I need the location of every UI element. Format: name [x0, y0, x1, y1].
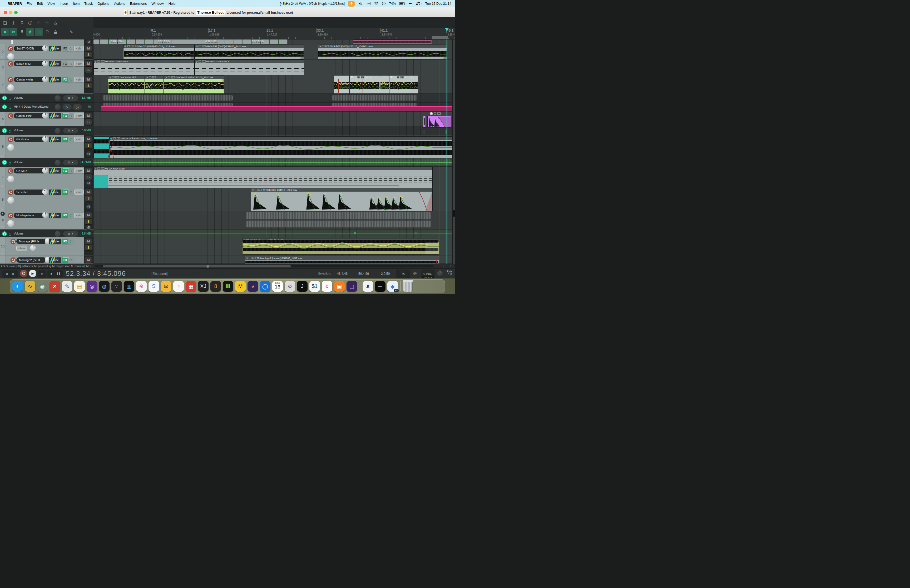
envelope-arm-button[interactable]	[2, 128, 7, 133]
envelope-knob[interactable]	[55, 231, 61, 237]
volume-envelope-line[interactable]	[94, 162, 453, 163]
envelope-power-icon[interactable]	[9, 96, 11, 101]
envelope-node[interactable]	[423, 130, 425, 132]
media-item[interactable]	[380, 75, 389, 94]
item-mute-icon[interactable]: M	[199, 60, 201, 63]
envelope-power-icon[interactable]	[9, 105, 11, 110]
route-button[interactable]: Route	[49, 168, 61, 173]
trim-envelope-button[interactable]: ᴧtrim	[74, 77, 84, 82]
track-name[interactable]: Montage (FM le	[16, 239, 45, 244]
trim-envelope-button[interactable]: ᴧtrim	[74, 213, 84, 218]
item-fx-icon[interactable]: FX	[171, 76, 175, 78]
envelope-arm-button[interactable]	[2, 231, 7, 236]
envelope-arm-button[interactable]	[2, 105, 7, 109]
item-mute-icon[interactable]: M	[112, 76, 115, 78]
purple-item[interactable]	[427, 116, 451, 128]
item-grouping-toggle-icon[interactable]: ∞	[10, 28, 18, 36]
tcp-track-4[interactable]: 4Cantini violinRouteFXᴧtrim❏MS	[0, 75, 94, 94]
dock-icon-finder[interactable]: ◐	[12, 281, 23, 292]
edit-cursor[interactable]	[446, 39, 447, 264]
dock-icon-shield-app[interactable]: ◆64	[387, 281, 398, 292]
wifi-icon[interactable]	[374, 2, 378, 5]
track-name[interactable]: GK Guitar	[14, 137, 45, 142]
volume-icon[interactable]	[358, 2, 362, 5]
item-mute-icon[interactable]: M	[168, 76, 170, 78]
sync-alert-icon[interactable]: !	[382, 2, 386, 5]
record-arm-button[interactable]	[8, 189, 13, 195]
dock-icon-settings-app[interactable]: ⚙	[284, 281, 295, 292]
item-mute-icon[interactable]: M	[97, 60, 100, 63]
extra-knob[interactable]	[30, 245, 36, 251]
envelope-power-icon[interactable]	[9, 161, 11, 166]
menu-insert[interactable]: Insert	[57, 2, 71, 5]
bpm-box[interactable]: ♩= 55	[396, 270, 410, 278]
mute-button[interactable]: M	[85, 136, 92, 142]
tcp-track-5[interactable]: 5Cantini PizzRouteFXᴧtrim❏MS	[0, 111, 94, 126]
item-fx-icon[interactable]: FX	[252, 257, 256, 259]
item-fx-icon[interactable]: FX	[101, 60, 105, 63]
volume-envelope-line[interactable]	[94, 131, 453, 131]
repeat-button[interactable]: ↻	[38, 270, 46, 277]
dock-icon-photos-app[interactable]: ❀	[136, 281, 147, 292]
envelope-knob[interactable]	[55, 95, 61, 101]
track-name[interactable]: Schecter	[14, 189, 45, 195]
route-button[interactable]: Route	[49, 239, 61, 244]
go-to-end-button[interactable]: ▶|	[10, 270, 18, 277]
solo-button[interactable]: S	[85, 143, 92, 148]
schecter-item[interactable]: ◷MFX07-Schecter-251115_1521.wav	[251, 188, 433, 211]
phase-button[interactable]: Ø	[86, 39, 91, 44]
volume-knob[interactable]	[7, 53, 14, 60]
pan-knob[interactable]	[42, 212, 48, 218]
undo-icon[interactable]: ↶	[35, 19, 43, 27]
envelope-mode-pill[interactable]: ⚙▼	[63, 160, 78, 165]
playrate-knob[interactable]	[436, 270, 443, 277]
dock-icon-x-app[interactable]: ✕	[50, 281, 60, 292]
zoom-corner-buttons[interactable]: −+	[448, 265, 452, 268]
pan-knob[interactable]	[42, 113, 48, 118]
menu-actions[interactable]: Actions	[112, 2, 128, 5]
track-name[interactable]: Cantini violin	[14, 77, 45, 82]
media-item[interactable]	[334, 75, 350, 94]
scrollbar-center-handle[interactable]	[207, 265, 209, 268]
envelope-power-icon[interactable]	[9, 129, 11, 134]
track-name[interactable]: Cantini Pizz	[14, 113, 45, 118]
dock-icon-chart-app[interactable]: ▥	[124, 281, 134, 292]
dock-icon-sphere-app[interactable]: ◍	[99, 281, 110, 292]
media-item[interactable]: ◷MFX02-Sub37 (0405)-251026_1414.wav	[123, 44, 195, 60]
teal-region[interactable]	[94, 175, 108, 188]
zoom-window-button[interactable]	[14, 11, 18, 14]
pan-knob[interactable]	[42, 45, 48, 51]
route-button[interactable]: Route	[49, 113, 61, 118]
play-button[interactable]: ▶	[29, 270, 36, 277]
phase-button[interactable]: Ø	[86, 181, 91, 186]
dock-icon-m-app[interactable]: M	[235, 281, 246, 292]
item-mute-icon[interactable]: M	[255, 189, 257, 191]
record-arm-button[interactable]	[8, 46, 13, 51]
media-item[interactable]: ◷MFX02-Sub37 (0405)-251115_1542-01.wav	[318, 44, 447, 60]
zoom-out-button[interactable]: −	[436, 265, 438, 268]
item-mute-icon[interactable]: M	[127, 45, 130, 47]
project-settings-icon[interactable]: ⓘ	[26, 19, 34, 27]
dock-icon-dj-app[interactable]: ◎	[87, 281, 97, 292]
fx-button[interactable]: FX	[62, 239, 73, 244]
menu-help[interactable]: Help	[166, 2, 178, 5]
edit-cursor-marker[interactable]	[445, 28, 449, 31]
fx-button[interactable]: FX	[62, 113, 73, 118]
route-button[interactable]: Route	[49, 137, 61, 142]
bpm-value[interactable]: 55	[397, 273, 409, 276]
fx-button[interactable]: FX	[62, 46, 73, 51]
trim-envelope-button[interactable]: ᴧtrim	[74, 113, 84, 118]
media-item[interactable]: ◷MFX03-sub37 MIDI-MIDI	[94, 60, 195, 75]
track-name[interactable]: Sub37 (0405)	[14, 46, 45, 51]
auto-crossfade-toggle-icon[interactable]: ✕	[1, 28, 9, 36]
track-1-panel-sliver[interactable]: ❏Ø	[0, 39, 94, 44]
media-item[interactable]: ◷MFX	[145, 75, 164, 94]
envelope-link-toggle-icon[interactable]: ⋔	[26, 28, 34, 36]
route-button[interactable]: Route	[49, 77, 61, 82]
mute-button[interactable]: M	[85, 61, 92, 66]
mute-button[interactable]: M	[85, 189, 92, 195]
fx-button[interactable]: FX	[62, 77, 73, 82]
dock-icon-mail-app[interactable]: ✉	[161, 281, 171, 292]
item-mute-icon[interactable]: M	[397, 76, 399, 78]
solo-button[interactable]: S	[85, 195, 92, 201]
